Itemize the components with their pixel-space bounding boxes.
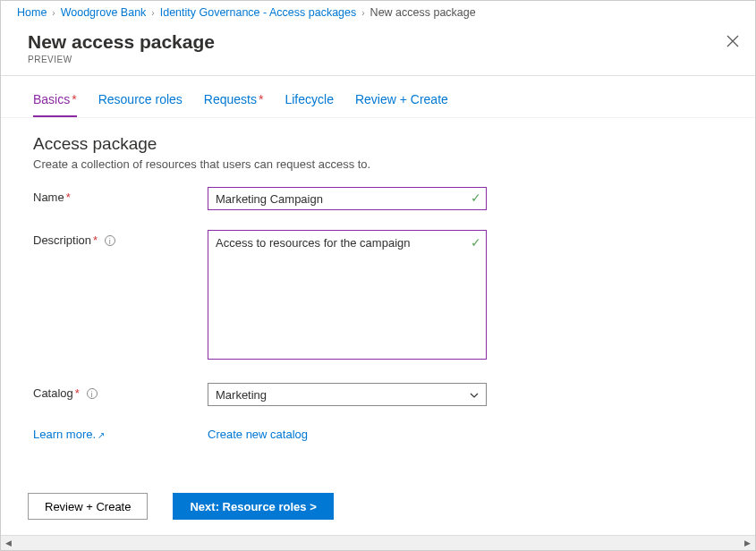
page-header: New access package PREVIEW xyxy=(1,24,755,76)
breadcrumb-org[interactable]: Woodgrove Bank xyxy=(61,6,147,19)
form-section: Access package Create a collection of re… xyxy=(1,118,755,458)
page-title: New access package xyxy=(28,31,728,53)
chevron-right-icon: › xyxy=(52,8,55,18)
info-icon[interactable]: i xyxy=(87,388,98,399)
next-button[interactable]: Next: Resource roles > xyxy=(173,493,333,520)
external-link-icon: ↗ xyxy=(98,430,105,440)
description-label: Description* i xyxy=(33,230,208,247)
preview-badge: PREVIEW xyxy=(28,55,728,64)
horizontal-scrollbar[interactable]: ◀ ▶ xyxy=(1,535,755,550)
review-create-button[interactable]: Review + Create xyxy=(28,493,148,520)
breadcrumb-current: New access package xyxy=(370,6,476,19)
catalog-label: Catalog* i xyxy=(33,383,208,400)
catalog-select[interactable]: Marketing xyxy=(208,383,487,406)
tab-review[interactable]: Review + Create xyxy=(355,92,448,117)
tab-bar: Basics* Resource roles Requests* Lifecyc… xyxy=(1,76,755,118)
create-catalog-link[interactable]: Create new catalog xyxy=(208,428,308,441)
chevron-right-icon: › xyxy=(361,8,364,18)
tab-requests[interactable]: Requests* xyxy=(204,92,264,117)
footer-bar: Review + Create Next: Resource roles > xyxy=(1,480,755,532)
breadcrumb-home[interactable]: Home xyxy=(17,6,47,19)
tab-resource-roles[interactable]: Resource roles xyxy=(98,92,183,117)
scroll-left-icon[interactable]: ◀ xyxy=(1,536,16,551)
name-label: Name* xyxy=(33,187,208,204)
chevron-right-icon: › xyxy=(151,8,154,18)
breadcrumb-governance[interactable]: Identity Governance - Access packages xyxy=(160,6,357,19)
tab-basics[interactable]: Basics* xyxy=(33,92,77,117)
scroll-right-icon[interactable]: ▶ xyxy=(740,536,755,551)
info-icon[interactable]: i xyxy=(105,235,115,246)
learn-more-link[interactable]: Learn more.↗ xyxy=(33,428,105,441)
section-desc: Create a collection of resources that us… xyxy=(33,157,723,171)
name-input[interactable] xyxy=(208,187,487,210)
breadcrumb: Home › Woodgrove Bank › Identity Governa… xyxy=(1,1,755,24)
tab-lifecycle[interactable]: Lifecycle xyxy=(285,92,333,117)
section-heading: Access package xyxy=(33,134,723,154)
close-icon[interactable] xyxy=(726,35,739,51)
description-input[interactable] xyxy=(208,230,487,360)
